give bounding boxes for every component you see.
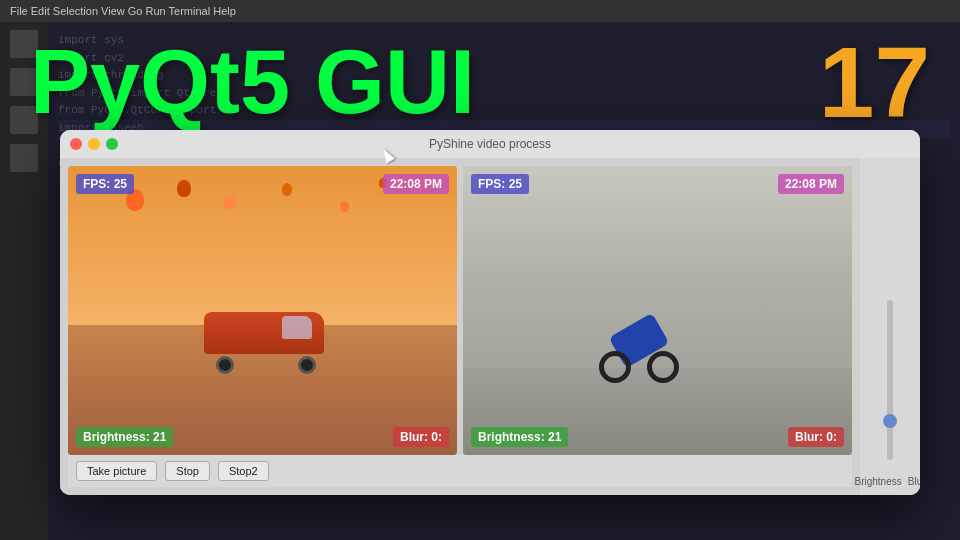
balloon-scene (68, 166, 457, 455)
video-panel-right: FPS: 25 22:08 PM Brightness: 21 Blur: 0: (463, 166, 852, 455)
window-minimize-btn[interactable] (88, 138, 100, 150)
van-rear-wheel (216, 356, 234, 374)
brightness-slider-track[interactable] (887, 300, 893, 460)
blur-label: Blur (908, 476, 920, 487)
window-close-btn[interactable] (70, 138, 82, 150)
video-area: FPS: 25 22:08 PM Brightness: 21 Blur: 0: (60, 158, 860, 495)
episode-number: 17 (819, 32, 930, 132)
moto-scene (463, 166, 852, 455)
window-title: PyShine video process (429, 137, 551, 151)
vscode-titlebar: File Edit Selection View Go Run Terminal… (0, 0, 960, 22)
window-controls (70, 138, 118, 150)
van-front-wheel (298, 356, 316, 374)
left-blur-badge: Blur: 0: (393, 427, 449, 447)
balloon-5 (340, 201, 349, 212)
brightness-slider-thumb[interactable] (883, 414, 897, 428)
right-blur-badge: Blur: 0: (788, 427, 844, 447)
motorcycle (599, 313, 679, 383)
moto-front-wheel (647, 351, 679, 383)
balloon-3 (224, 195, 236, 210)
main-title: PyQt5 GUI (30, 37, 475, 127)
brightness-label: Brightness (854, 476, 901, 487)
van-body (204, 312, 324, 354)
video-panels: FPS: 25 22:08 PM Brightness: 21 Blur: 0: (68, 166, 852, 455)
left-fps-badge: FPS: 25 (76, 174, 134, 194)
button-bar: Take picture Stop Stop2 (68, 455, 852, 487)
balloon-4 (282, 183, 292, 196)
van-windshield (282, 316, 312, 339)
window-maximize-btn[interactable] (106, 138, 118, 150)
sidebar-debug-icon (10, 144, 38, 172)
van (204, 314, 324, 374)
slider-labels: Brightness Blur (854, 476, 920, 487)
slider-area: Brightness Blur (860, 158, 920, 495)
app-window: PyShine video process (60, 130, 920, 495)
window-body: FPS: 25 22:08 PM Brightness: 21 Blur: 0: (60, 158, 920, 495)
left-brightness-badge: Brightness: 21 (76, 427, 173, 447)
moto-rear-wheel (599, 351, 631, 383)
vscode-menu: File Edit Selection View Go Run Terminal… (10, 5, 236, 17)
stop2-button[interactable]: Stop2 (218, 461, 269, 481)
right-brightness-badge: Brightness: 21 (471, 427, 568, 447)
right-fps-badge: FPS: 25 (471, 174, 529, 194)
left-time-badge: 22:08 PM (383, 174, 449, 194)
balloon-2 (177, 180, 191, 197)
right-time-badge: 22:08 PM (778, 174, 844, 194)
video-panel-left: FPS: 25 22:08 PM Brightness: 21 Blur: 0: (68, 166, 457, 455)
window-titlebar: PyShine video process (60, 130, 920, 158)
take-picture-button[interactable]: Take picture (76, 461, 157, 481)
stop-button[interactable]: Stop (165, 461, 210, 481)
title-overlay: PyQt5 GUI 17 (0, 22, 960, 142)
